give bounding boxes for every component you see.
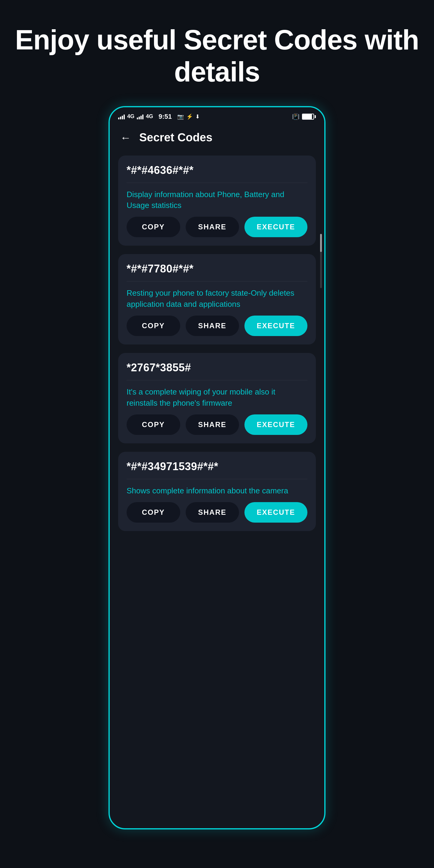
share-button-4[interactable]: SHARE (186, 502, 239, 523)
code-description-3: It's a complete wiping of your mobile al… (127, 386, 307, 408)
signal-icon-2 (137, 114, 144, 119)
network-4g-right: 4G (146, 113, 153, 120)
code-description-2: Resting your phone to factory state-Only… (127, 287, 307, 310)
network-4g-left: 4G (127, 113, 134, 120)
status-right: 📳 (292, 113, 316, 120)
share-button-2[interactable]: SHARE (186, 315, 239, 336)
code-card-3: *2767*3855# It's a complete wiping of yo… (118, 353, 316, 443)
card-actions-2: COPY SHARE EXECUTE (127, 314, 307, 336)
code-card-2: *#*#7780#*#* Resting your phone to facto… (118, 254, 316, 344)
status-left: 4G 4G 9:51 📷 ⚡ ⬇ (118, 113, 200, 121)
code-text-4: *#*#34971539#*#* (127, 460, 307, 473)
code-card-4: *#*#34971539#*#* Shows complete informat… (118, 452, 316, 531)
back-button[interactable]: ← (118, 130, 133, 145)
scrollbar-thumb (320, 234, 322, 252)
copy-button-3[interactable]: COPY (127, 414, 180, 435)
usb-icon: ⚡ (186, 113, 193, 120)
execute-button-4[interactable]: EXECUTE (244, 502, 307, 523)
download-icon: ⬇ (195, 113, 200, 120)
back-arrow-icon: ← (120, 131, 131, 144)
code-text-3: *2767*3855# (127, 361, 307, 374)
status-time: 9:51 (158, 113, 172, 121)
nav-title: Secret Codes (139, 131, 213, 144)
vibrate-icon: 📳 (292, 113, 300, 120)
execute-button-3[interactable]: EXECUTE (244, 414, 307, 435)
battery-indicator (302, 114, 316, 120)
header-section: Enjoy useful Secret Codes with details (0, 0, 434, 106)
copy-button-1[interactable]: COPY (127, 217, 180, 237)
camera-icon: 📷 (177, 113, 184, 120)
content-area: *#*#4636#*#* Display information about P… (110, 153, 324, 540)
scrollbar-track[interactable] (320, 234, 322, 288)
execute-button-1[interactable]: EXECUTE (244, 217, 307, 237)
copy-button-4[interactable]: COPY (127, 502, 180, 523)
card-actions-3: COPY SHARE EXECUTE (127, 413, 307, 435)
page-title: Enjoy useful Secret Codes with details (12, 24, 422, 88)
divider-4 (127, 479, 307, 479)
divider-1 (127, 183, 307, 183)
status-bar: 4G 4G 9:51 📷 ⚡ ⬇ 📳 (110, 107, 324, 124)
share-button-1[interactable]: SHARE (186, 217, 239, 237)
divider-3 (127, 380, 307, 380)
phone-frame: 4G 4G 9:51 📷 ⚡ ⬇ 📳 (108, 106, 326, 830)
code-text-1: *#*#4636#*#* (127, 164, 307, 177)
code-description-1: Display information about Phone, Battery… (127, 189, 307, 211)
card-actions-1: COPY SHARE EXECUTE (127, 216, 307, 237)
card-actions-4: COPY SHARE EXECUTE (127, 501, 307, 523)
code-description-4: Shows complete information about the cam… (127, 485, 307, 496)
signal-icon-1 (118, 114, 125, 119)
share-button-3[interactable]: SHARE (186, 414, 239, 435)
phone-frame-wrapper: 4G 4G 9:51 📷 ⚡ ⬇ 📳 (0, 106, 434, 854)
code-card-1: *#*#4636#*#* Display information about P… (118, 156, 316, 246)
code-text-2: *#*#7780#*#* (127, 262, 307, 275)
copy-button-2[interactable]: COPY (127, 315, 180, 336)
execute-button-2[interactable]: EXECUTE (244, 315, 307, 336)
top-nav: ← Secret Codes (110, 124, 324, 153)
